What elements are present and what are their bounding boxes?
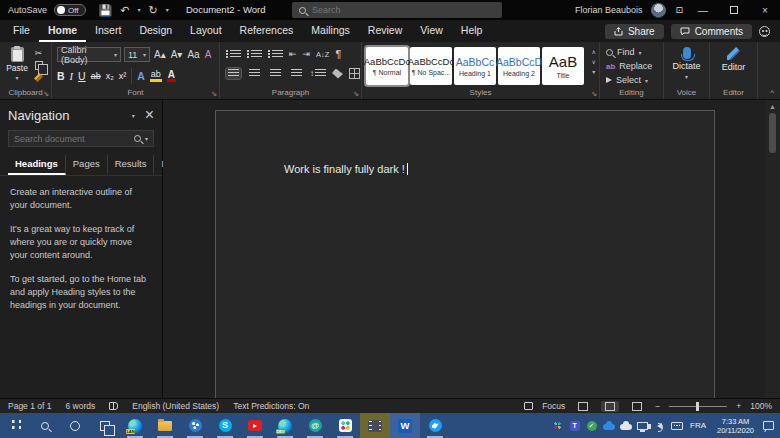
antivirus-tray-button[interactable]: ✓	[584, 413, 599, 438]
nav-tab-results[interactable]: Results	[108, 155, 155, 175]
paragraph-dialog-launcher[interactable]: ⇘	[353, 90, 359, 97]
nav-tab-headings[interactable]: Headings	[8, 155, 66, 175]
sort-icon[interactable]: A↓Z	[316, 51, 329, 58]
word-taskbar-button[interactable]: W	[390, 413, 420, 438]
teams-tray-button[interactable]: T	[567, 413, 582, 438]
replace-button[interactable]: ab Replace	[606, 61, 652, 71]
decrease-indent-icon[interactable]: ⇤	[289, 49, 297, 59]
increase-indent-icon[interactable]: ⇥	[303, 49, 311, 59]
style-heading1[interactable]: AaBbCc Heading 1	[454, 47, 496, 85]
nav-search-box[interactable]: ▾	[8, 130, 154, 147]
styles-dialog-launcher[interactable]: ⇘	[591, 90, 597, 97]
zoom-slider[interactable]	[669, 406, 727, 407]
styles-scroll-down-icon[interactable]: ∨	[592, 58, 596, 65]
font-color-icon[interactable]: A	[167, 70, 176, 82]
tab-review[interactable]: Review	[359, 20, 411, 42]
touch-keyboard-button[interactable]	[669, 413, 684, 438]
skype-button[interactable]: S	[210, 413, 240, 438]
tab-help[interactable]: Help	[452, 20, 492, 42]
styles-gallery-more-icon[interactable]: ▾	[592, 68, 595, 75]
undo-dropdown-icon[interactable]: ▾	[138, 5, 141, 15]
strikethrough-button[interactable]: ab	[91, 71, 101, 81]
show-hide-pilcrow-icon[interactable]: ¶	[335, 48, 341, 60]
tab-design[interactable]: Design	[130, 20, 181, 42]
text-predictions[interactable]: Text Predictions: On	[233, 401, 309, 411]
search-input[interactable]	[312, 5, 462, 15]
word-count[interactable]: 6 words	[65, 401, 95, 411]
zoom-slider-thumb[interactable]	[696, 402, 699, 411]
italic-button[interactable]: I	[70, 71, 74, 82]
focus-label[interactable]: Focus	[542, 401, 565, 411]
zoom-out-icon[interactable]: −	[655, 401, 660, 411]
grow-font-icon[interactable]: A▴	[153, 49, 167, 60]
select-button[interactable]: Select ▾	[606, 75, 648, 85]
borders-icon[interactable]	[349, 68, 360, 79]
font-dialog-launcher[interactable]: ⇘	[211, 90, 217, 97]
onedrive-personal-button[interactable]	[618, 413, 633, 438]
numbering-icon[interactable]	[247, 50, 262, 59]
styles-scroll-up-icon[interactable]: ∧	[592, 48, 596, 55]
print-layout-button[interactable]	[601, 401, 619, 412]
comments-button[interactable]: Comments	[671, 24, 752, 39]
clear-formatting-icon[interactable]: A	[204, 49, 213, 60]
cortana-button[interactable]	[60, 413, 90, 438]
bullets-icon[interactable]	[226, 50, 241, 59]
ribbon-display-options-icon[interactable]: ⊡	[675, 5, 683, 15]
underline-button[interactable]: U	[78, 70, 86, 82]
video-editor-button[interactable]	[360, 413, 390, 438]
zoom-in-icon[interactable]: +	[736, 401, 741, 411]
tab-home[interactable]: Home	[39, 20, 86, 42]
scrollbar-thumb[interactable]	[769, 113, 776, 153]
collapse-ribbon-icon[interactable]: ^	[770, 88, 774, 97]
close-button[interactable]: ×	[754, 5, 776, 16]
find-button[interactable]: Find ▾	[606, 47, 642, 57]
text-effects-icon[interactable]: A	[137, 70, 145, 82]
style-title[interactable]: AaB Title	[542, 47, 584, 85]
font-size-select[interactable]: 11 ▾	[124, 47, 150, 62]
font-name-select[interactable]: Calibri (Body) ▾	[57, 47, 121, 62]
document-text[interactable]: Work is finally fully dark !	[284, 163, 408, 175]
page-indicator[interactable]: Page 1 of 1	[8, 401, 51, 411]
nav-search-input[interactable]	[14, 134, 130, 144]
document-page[interactable]: Work is finally fully dark !	[215, 110, 715, 398]
action-center-button[interactable]	[761, 413, 776, 438]
highlight-color-icon[interactable]: ab	[150, 70, 162, 82]
dictate-button[interactable]: Dictate ▾	[664, 47, 709, 80]
shading-icon[interactable]	[332, 69, 343, 79]
slack-tray-button[interactable]	[550, 413, 565, 438]
save-icon[interactable]: 💾	[99, 5, 113, 15]
align-center-icon[interactable]	[247, 68, 262, 79]
nav-close-icon[interactable]: ×	[145, 106, 154, 124]
copy-icon[interactable]	[35, 61, 43, 70]
style-heading2[interactable]: AaBbCcD Heading 2	[498, 47, 540, 85]
tab-references[interactable]: References	[231, 20, 303, 42]
share-button[interactable]: Share	[605, 24, 664, 39]
tab-file[interactable]: File	[4, 20, 39, 42]
tab-mailings[interactable]: Mailings	[302, 20, 359, 42]
start-button[interactable]	[0, 413, 30, 438]
line-spacing-icon[interactable]: ↕	[310, 69, 326, 78]
vertical-scrollbar[interactable]: ▲	[765, 100, 780, 398]
paste-dropdown-icon[interactable]: ▾	[15, 74, 18, 81]
task-view-button[interactable]	[90, 413, 120, 438]
change-case-icon[interactable]: Aa	[186, 49, 200, 60]
edge-button[interactable]: LAN	[120, 413, 150, 438]
redo-icon[interactable]: ↻	[149, 5, 158, 15]
bold-button[interactable]: B	[57, 70, 65, 82]
nav-search-icon[interactable]	[134, 135, 141, 142]
proofing-book-icon[interactable]	[109, 402, 118, 410]
language-indicator[interactable]: English (United States)	[132, 401, 219, 411]
tab-insert[interactable]: Insert	[86, 20, 130, 42]
taskbar-search-button[interactable]	[30, 413, 60, 438]
zoom-level[interactable]: 100%	[750, 401, 772, 411]
youtube-button[interactable]	[240, 413, 270, 438]
tab-view[interactable]: View	[411, 20, 452, 42]
align-left-icon[interactable]	[226, 68, 241, 79]
web-layout-button[interactable]	[628, 401, 646, 412]
twitter-button[interactable]	[420, 413, 450, 438]
blue-sphere-app-button[interactable]	[180, 413, 210, 438]
align-right-icon[interactable]	[268, 68, 283, 79]
clock[interactable]: 7:33 AM 20/11/2020	[712, 417, 759, 435]
cut-icon[interactable]: ✂	[35, 48, 43, 58]
volume-button[interactable]	[652, 413, 667, 438]
